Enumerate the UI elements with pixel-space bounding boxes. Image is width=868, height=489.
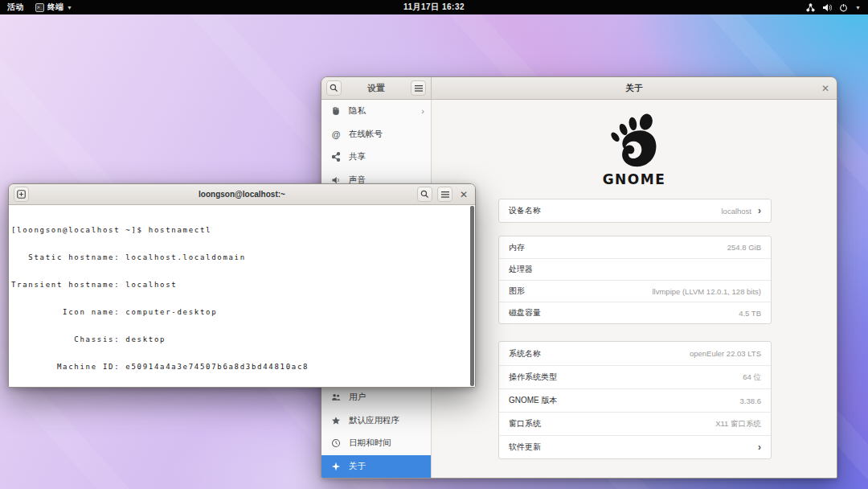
menu-button[interactable] — [411, 80, 426, 96]
network-icon — [806, 3, 815, 12]
terminal-headerbar: loongson@localhost:~ ✕ — [9, 184, 475, 205]
device-name-row[interactable]: 设备名称 localhost › — [499, 199, 771, 222]
os-name-row: 系统名称 openEuler 22.03 LTS — [499, 342, 771, 365]
terminal-viewport[interactable]: [loongson@localhost ~]$ hostnamectl Stat… — [9, 205, 475, 387]
page-title: 关于 — [626, 83, 643, 94]
sidebar-item-privacy[interactable]: 隐私 › — [321, 100, 431, 123]
sidebar-item-default-apps[interactable]: 默认应用程序 — [321, 409, 431, 433]
terminal-line: Machine ID: e50914a4a3e74507b6a8d3bd4481… — [11, 363, 475, 372]
terminal-line: Transient hostname: localhost — [11, 281, 475, 290]
clock-icon — [330, 438, 342, 448]
row-value: 254.8 GiB — [727, 243, 761, 252]
close-icon[interactable]: ✕ — [457, 190, 470, 199]
row-value: 64 位 — [743, 372, 761, 383]
windowing-system-row: 窗口系统 X11 窗口系统 — [499, 412, 771, 435]
sidebar-item-date-time[interactable]: 日期和时间 — [321, 432, 431, 455]
app-menu-label: 终端 — [47, 2, 63, 13]
row-label: GNOME 版本 — [509, 395, 558, 406]
activities-button[interactable]: 活动 — [7, 2, 24, 13]
sidebar-item-label: 隐私 — [349, 105, 414, 117]
sparkle-icon — [330, 462, 342, 471]
search-button[interactable] — [326, 80, 342, 96]
new-tab-button[interactable] — [14, 187, 29, 202]
settings-title: 设置 — [368, 83, 385, 94]
hardware-card: 内存 254.8 GiB 处理器 图形 llvmpipe (LLVM 12.0.… — [498, 236, 772, 324]
os-type-row: 操作系统类型 64 位 — [499, 365, 771, 388]
sidebar-item-label: 用户 — [349, 392, 424, 403]
chevron-down-icon: ▼ — [67, 5, 72, 10]
users-icon — [330, 392, 342, 402]
sidebar-item-sharing[interactable]: 共享 — [321, 146, 431, 169]
terminal-scrollbar[interactable] — [470, 206, 474, 386]
menu-button[interactable] — [437, 187, 452, 202]
sidebar-item-users[interactable]: 用户 — [321, 386, 431, 409]
terminal-output: [loongson@localhost ~]$ hostnamectl Stat… — [9, 205, 475, 387]
star-icon — [330, 416, 342, 425]
row-label: 磁盘容量 — [509, 307, 541, 318]
system-card: 系统名称 openEuler 22.03 LTS 操作系统类型 64 位 GNO… — [498, 341, 772, 459]
software-updates-row[interactable]: 软件更新 › — [499, 435, 771, 458]
disk-capacity-row: 磁盘容量 4.5 TB — [499, 302, 771, 323]
terminal-line: Static hostname: localhost.localdomain — [11, 253, 475, 262]
chevron-right-icon: › — [758, 206, 761, 216]
processor-row: 处理器 — [499, 258, 771, 280]
terminal-line: Icon name: computer-desktop — [11, 308, 475, 317]
row-label: 处理器 — [509, 264, 533, 275]
gnome-logo: GNOME — [432, 112, 837, 187]
row-value: 3.38.6 — [740, 397, 761, 405]
sidebar-item-label: 共享 — [349, 151, 424, 162]
sidebar-item-label: 日期和时间 — [349, 438, 424, 449]
terminal-line: Chassis: desktop — [11, 335, 475, 344]
terminal-title: loongson@localhost:~ — [199, 190, 285, 199]
row-label: 内存 — [509, 242, 525, 253]
top-bar: 活动 >_ 终端 ▼ 11月17日 16:32 — [0, 0, 868, 14]
row-label: 操作系统类型 — [509, 372, 557, 383]
share-icon — [330, 152, 342, 162]
search-button[interactable] — [417, 187, 432, 202]
chevron-right-icon: › — [758, 442, 761, 452]
row-value: openEuler 22.03 LTS — [690, 349, 761, 358]
row-value: localhost — [722, 207, 752, 216]
chevron-down-icon: ▼ — [855, 5, 861, 10]
desktop: 活动 >_ 终端 ▼ 11月17日 16:32 — [0, 0, 868, 489]
system-tray[interactable]: ▼ — [806, 3, 868, 12]
settings-headerbar: 设置 关于 ✕ — [321, 77, 837, 100]
sidebar-item-about[interactable]: 关于 — [321, 455, 431, 479]
clock-button[interactable]: 11月17日 16:32 — [403, 2, 465, 13]
row-label: 窗口系统 — [509, 418, 541, 429]
hand-icon — [330, 106, 342, 116]
volume-icon — [822, 3, 832, 12]
terminal-window: loongson@localhost:~ ✕ [loongson@localho… — [8, 183, 476, 388]
chevron-right-icon: › — [421, 106, 424, 116]
sidebar-item-label: 默认应用程序 — [349, 415, 424, 426]
at-icon: @ — [330, 129, 342, 139]
row-value: X11 窗口系统 — [715, 419, 761, 429]
memory-row: 内存 254.8 GiB — [499, 236, 771, 258]
app-menu-terminal[interactable]: >_ 终端 ▼ — [35, 2, 72, 13]
power-icon — [839, 3, 848, 12]
row-value: 4.5 TB — [739, 309, 761, 318]
about-page: GNOME 设备名称 localhost › 内存 254.8 GiB — [432, 100, 837, 478]
sidebar-item-label: 在线帐号 — [349, 129, 424, 140]
row-value: llvmpipe (LLVM 12.0.1, 128 bits) — [652, 287, 761, 296]
row-label: 设备名称 — [509, 205, 541, 216]
scrollbar-thumb[interactable] — [470, 206, 474, 386]
sidebar-item-online-accounts[interactable]: @ 在线帐号 — [321, 123, 431, 146]
close-icon[interactable]: ✕ — [821, 84, 829, 93]
device-name-card: 设备名称 localhost › — [498, 199, 772, 223]
terminal-line: [loongson@localhost ~]$ hostnamectl — [11, 226, 475, 235]
row-label: 软件更新 — [509, 442, 541, 453]
terminal-app-icon: >_ — [35, 3, 44, 12]
row-label: 系统名称 — [509, 348, 541, 360]
sidebar-item-label: 关于 — [349, 461, 424, 472]
gnome-version-row: GNOME 版本 3.38.6 — [499, 388, 771, 412]
gnome-logo-caption: GNOME — [432, 171, 837, 187]
row-label: 图形 — [509, 286, 525, 297]
graphics-row: 图形 llvmpipe (LLVM 12.0.1, 128 bits) — [499, 280, 771, 302]
